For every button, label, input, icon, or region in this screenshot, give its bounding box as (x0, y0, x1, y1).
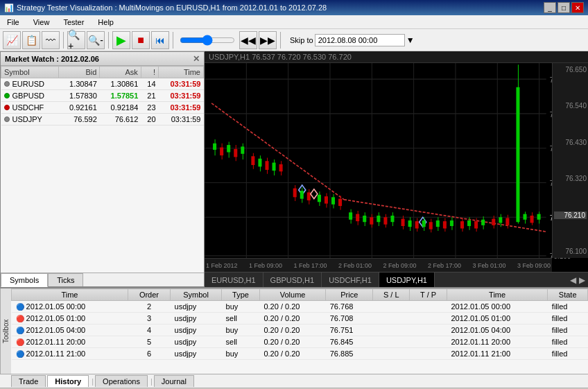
chart-nav-left[interactable]: ◀ (570, 275, 576, 285)
th-volume: Volume (259, 289, 325, 301)
symbol-row[interactable]: USDCHF 0.92161 0.92184 23 03:31:59 (1, 102, 204, 114)
menu-view[interactable]: View (29, 17, 54, 27)
th-price: Price (326, 289, 373, 301)
symbol-row[interactable]: USDJPY 76.592 76.612 20 03:31:59 (1, 114, 204, 126)
toolbar-btn-1[interactable]: 📈 (3, 31, 21, 49)
play-button[interactable]: ▶ (112, 31, 130, 49)
trade-price: 76.708 (326, 313, 373, 325)
tab-journal[interactable]: Journal (154, 375, 194, 387)
menu-file[interactable]: File (3, 17, 24, 27)
tab-separator-2: | (150, 377, 153, 386)
svg-rect-107 (523, 214, 526, 220)
prev-btn[interactable]: ◀◀ (239, 31, 257, 49)
chart-tab-gbpusd[interactable]: GBPUSD,H1 (263, 273, 322, 287)
speed-slider[interactable] (180, 35, 235, 46)
tab-ticks[interactable]: Ticks (48, 273, 83, 286)
chart-canvas[interactable]: 76.650 76.540 76.430 76.320 76.210 76.10… (205, 63, 588, 272)
svg-rect-81 (422, 221, 426, 227)
excl-cell: 20 (141, 114, 158, 126)
buy-icon: 🔵 (16, 350, 24, 358)
th-state: State (548, 289, 588, 301)
toolbar-btn-3[interactable]: 〰 (42, 31, 60, 49)
time-cell: 03:31:59 (159, 102, 204, 114)
trade-sl (373, 348, 410, 360)
time-cell: 03:31:59 (159, 78, 204, 90)
next-btn[interactable]: ▶▶ (259, 31, 277, 49)
trade-volume: 0.20 / 0.20 (259, 348, 325, 360)
chart-tab-usdjpy[interactable]: USDJPY,H1 (379, 273, 435, 287)
svg-rect-34 (251, 156, 254, 165)
svg-rect-111 (537, 214, 541, 220)
tab-trade[interactable]: Trade (11, 375, 46, 387)
toolbar-separator-3 (173, 32, 173, 49)
trade-type: sell (222, 313, 260, 325)
svg-rect-87 (443, 221, 447, 228)
trade-state: filled (548, 348, 588, 360)
svg-rect-91 (460, 221, 464, 228)
bid-cell: 0.92161 (58, 102, 100, 114)
close-button[interactable]: ✕ (571, 2, 584, 13)
main-content: Market Watch : 2012.02.06 ✕ Symbol Bid A… (0, 51, 588, 287)
maximize-button[interactable]: □ (557, 2, 570, 13)
trade-time2: 2012.01.11 21:00 (447, 348, 547, 360)
th-type: Type (222, 289, 260, 301)
tab-history[interactable]: History (47, 375, 89, 387)
market-watch-panel: Market Watch : 2012.02.06 ✕ Symbol Bid A… (0, 51, 205, 287)
buy-icon: 🔵 (16, 303, 24, 311)
col-symbol: Symbol (1, 67, 59, 78)
symbol-dot (4, 105, 10, 110)
trade-time: 🔵 2012.01.11 21:00 (12, 348, 128, 360)
toolbar-separator-4 (280, 32, 281, 49)
trade-row: 🔴 2012.01.11 20:00 5 usdjpy sell 0.20 / … (12, 336, 588, 348)
menu-bar: File View Tester Help (0, 15, 588, 29)
menu-help[interactable]: Help (94, 17, 118, 27)
trade-sl (373, 325, 410, 336)
trade-price: 76.751 (326, 325, 373, 336)
trade-symbol: usdjpy (171, 325, 222, 336)
symbol-cell: USDCHF (1, 102, 59, 114)
chart-tab-usdchf[interactable]: USDCHF,H1 (322, 273, 379, 287)
svg-rect-105 (505, 218, 509, 225)
trade-volume: 0.20 / 0.20 (259, 336, 325, 348)
trade-order: 3 (128, 313, 170, 325)
svg-rect-68 (377, 216, 380, 222)
chart-nav-right[interactable]: ▶ (579, 275, 585, 285)
svg-rect-83 (429, 222, 433, 229)
trade-symbol: usdjpy (171, 301, 222, 313)
svg-rect-85 (436, 221, 440, 227)
symbol-row[interactable]: EURUSD 1.30847 1.30861 14 03:31:59 (1, 78, 204, 90)
svg-rect-97 (481, 220, 485, 225)
svg-rect-0 (205, 63, 588, 272)
market-watch-close[interactable]: ✕ (193, 54, 200, 64)
zoom-in-button[interactable]: 🔍+ (67, 31, 85, 49)
window-title: Strategy Tester Visualization : MultiMov… (17, 3, 327, 12)
chart-tab-eurusd[interactable]: EURUSD,H1 (205, 273, 263, 287)
menu-tester[interactable]: Tester (59, 17, 88, 27)
tab-symbols[interactable]: Symbols (1, 273, 48, 287)
trade-symbol: usdjpy (171, 348, 222, 360)
trade-price: 76.845 (326, 336, 373, 348)
svg-rect-93 (467, 221, 471, 226)
zoom-out-button[interactable]: 🔍- (87, 31, 105, 49)
excl-cell: 21 (141, 90, 158, 102)
minimize-button[interactable]: _ (544, 2, 556, 13)
th-order: Order (128, 289, 170, 301)
toolbox-label[interactable]: Toolbox (0, 288, 11, 374)
trade-order: 6 (128, 348, 170, 360)
rewind-button[interactable]: ⏮ (151, 31, 169, 49)
svg-rect-70 (383, 217, 387, 224)
tab-separator-1: | (92, 377, 94, 386)
svg-rect-66 (370, 217, 373, 224)
stop-button[interactable]: ■ (132, 31, 150, 49)
time-cell: 03:31:59 (159, 114, 204, 126)
symbol-row[interactable]: GBPUSD 1.57830 1.57851 21 03:31:59 (1, 90, 204, 102)
skip-dropdown-icon[interactable]: ▼ (406, 35, 415, 45)
buy-icon: 🔵 (16, 327, 24, 334)
symbol-dot (4, 116, 10, 122)
skip-to-input[interactable] (315, 34, 405, 46)
chart-svg: 76.650 76.540 76.430 76.320 76.210 76.10… (205, 63, 588, 272)
trade-table-wrap[interactable]: Time Order Symbol Type Volume Price S / … (11, 288, 588, 374)
tab-operations[interactable]: Operations (95, 375, 148, 387)
trade-time2: 2012.01.05 00:00 (447, 301, 547, 313)
toolbar-btn-2[interactable]: 📋 (22, 31, 40, 49)
